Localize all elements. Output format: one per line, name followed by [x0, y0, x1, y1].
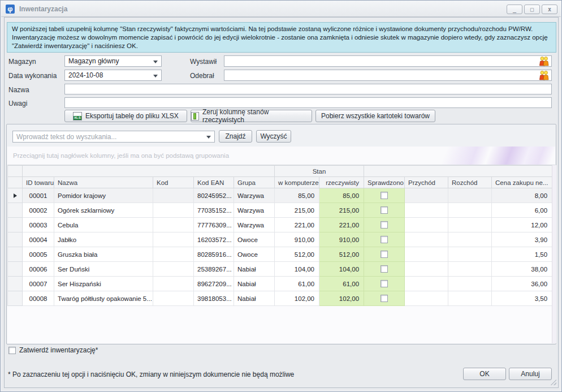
cell-przychod[interactable] — [405, 277, 448, 291]
col-header-kod[interactable]: Kod — [153, 177, 194, 188]
cell-rzeczywisty[interactable]: 61,00 — [319, 277, 364, 291]
cell-id[interactable]: 00003 — [23, 218, 54, 232]
cell-w_komputerze[interactable]: 221,00 — [275, 218, 319, 232]
uwagi-field[interactable] — [64, 97, 552, 108]
col-header-sprawdzono[interactable]: Sprawdzono — [364, 177, 405, 188]
cell-przychod[interactable] — [405, 232, 448, 247]
cell-w_komputerze[interactable]: 85,00 — [275, 188, 319, 203]
chevron-down-icon[interactable] — [153, 61, 158, 63]
cell-nazwa[interactable]: Gruszka biała — [54, 247, 153, 262]
cell-id[interactable]: 00007 — [23, 277, 54, 291]
titlebar[interactable]: φ Inwentaryzacja _ □ x — [1, 1, 561, 17]
cell-grupa[interactable]: Warzywa — [234, 218, 275, 232]
col-header-kod_ean[interactable]: Kod EAN — [194, 177, 234, 188]
cell-kod_ean[interactable]: 80285916... — [194, 247, 234, 262]
cell-rzeczywisty[interactable]: 102,00 — [319, 291, 364, 306]
odebral-field[interactable] — [224, 70, 552, 81]
cell-nazwa[interactable]: Pomidor krajowy — [54, 188, 153, 203]
cell-rozchod[interactable] — [448, 291, 492, 306]
cell-nazwa[interactable]: Cebula — [54, 218, 153, 232]
cell-id[interactable]: 00008 — [23, 291, 54, 306]
search-combobox[interactable] — [12, 131, 215, 143]
cell-kod[interactable] — [153, 277, 194, 291]
row-checkbox[interactable] — [381, 295, 388, 302]
zero-column-button[interactable]: Zeruj kolumnę stanów rzeczywistych — [191, 110, 312, 122]
cell-grupa[interactable]: Warzywa — [234, 203, 275, 218]
cell-w_komputerze[interactable]: 102,00 — [275, 291, 319, 306]
row-checkbox[interactable] — [381, 236, 388, 243]
cell-grupa[interactable]: Owoce — [234, 232, 275, 247]
row-indicator[interactable] — [8, 262, 23, 277]
row-indicator[interactable] — [8, 188, 23, 203]
row-indicator[interactable] — [8, 277, 23, 291]
chevron-down-icon[interactable] — [206, 136, 211, 139]
cell-przychod[interactable] — [405, 203, 448, 218]
cell-rzeczywisty[interactable]: 215,00 — [319, 203, 364, 218]
col-header-rozchod[interactable]: Rozchód — [448, 177, 492, 188]
cell-kod[interactable] — [153, 291, 194, 306]
row-indicator[interactable] — [8, 232, 23, 247]
cell-cena[interactable]: 1,50 — [492, 247, 552, 262]
maximize-button[interactable]: □ — [524, 5, 540, 14]
cell-rozchod[interactable] — [448, 188, 492, 203]
magazyn-select[interactable]: Magazyn główny — [64, 55, 162, 67]
row-checkbox[interactable] — [381, 192, 388, 199]
cell-id[interactable]: 00001 — [23, 188, 54, 203]
cell-przychod[interactable] — [405, 247, 448, 262]
cell-kod[interactable] — [153, 247, 194, 262]
cell-kod[interactable] — [153, 218, 194, 232]
cell-kod[interactable] — [153, 232, 194, 247]
ok-button[interactable]: OK — [463, 368, 506, 380]
cell-sprawdzono[interactable] — [364, 277, 405, 291]
cell-nazwa[interactable]: Jabłko — [54, 232, 153, 247]
cell-nazwa[interactable]: Twaróg półtłusty opakowanie 5... — [54, 291, 153, 306]
cell-przychod[interactable] — [405, 262, 448, 277]
cell-kod[interactable] — [153, 262, 194, 277]
select-person-icon[interactable] — [538, 56, 550, 67]
row-checkbox[interactable] — [381, 221, 388, 229]
row-checkbox[interactable] — [381, 206, 388, 214]
cell-rozchod[interactable] — [448, 203, 492, 218]
cell-rzeczywisty[interactable]: 910,00 — [319, 232, 364, 247]
cell-w_komputerze[interactable]: 215,00 — [275, 203, 319, 218]
cell-kod_ean[interactable]: 39818053... — [194, 291, 234, 306]
cell-w_komputerze[interactable]: 104,00 — [275, 262, 319, 277]
cell-rozchod[interactable] — [448, 277, 492, 291]
cancel-button[interactable]: Anuluj — [509, 368, 552, 380]
row-indicator[interactable] — [8, 291, 23, 306]
cell-id[interactable]: 00006 — [23, 262, 54, 277]
col-header-nazwa[interactable]: Nazwa — [54, 177, 153, 188]
confirm-inventory-checkbox[interactable] — [8, 347, 16, 354]
cell-przychod[interactable] — [405, 218, 448, 232]
cell-sprawdzono[interactable] — [364, 291, 405, 306]
search-input[interactable] — [13, 131, 202, 142]
col-header-przychod[interactable]: Przychód — [405, 177, 448, 188]
cell-grupa[interactable]: Nabiał — [234, 291, 275, 306]
fetch-all-products-button[interactable]: Pobierz wszystkie kartoteki towarów — [315, 110, 435, 122]
select-person-icon[interactable] — [538, 70, 550, 81]
col-header-grupa[interactable]: Grupa — [234, 177, 275, 188]
cell-grupa[interactable]: Nabiał — [234, 262, 275, 277]
col-header-cena[interactable]: Cena zakupu ne... — [492, 177, 552, 188]
chevron-down-icon[interactable] — [153, 75, 158, 77]
row-checkbox[interactable] — [381, 251, 388, 258]
cell-sprawdzono[interactable] — [364, 218, 405, 232]
cell-sprawdzono[interactable] — [364, 203, 405, 218]
export-xlsx-button[interactable]: XLS Eksportuj tabelę do pliku XLSX — [64, 110, 187, 122]
clear-button[interactable]: Wyczyść — [256, 130, 291, 143]
cell-w_komputerze[interactable]: 61,00 — [275, 277, 319, 291]
cell-kod_ean[interactable]: 80245952... — [194, 188, 234, 203]
cell-przychod[interactable] — [405, 291, 448, 306]
row-indicator[interactable] — [8, 203, 23, 218]
wystawil-field[interactable] — [224, 55, 552, 67]
cell-cena[interactable]: 6,00 — [492, 203, 552, 218]
col-header-id[interactable]: ID towaru — [23, 177, 54, 188]
row-indicator[interactable] — [8, 218, 23, 232]
col-header-rzeczywisty[interactable]: rzeczywisty — [319, 177, 364, 188]
close-button[interactable]: x — [542, 5, 557, 14]
data-wykonania-select[interactable]: 2024-10-08 — [64, 70, 162, 81]
cell-kod_ean[interactable]: 16203572... — [194, 232, 234, 247]
cell-cena[interactable]: 36,00 — [492, 277, 552, 291]
cell-nazwa[interactable]: Ser Duński — [54, 262, 153, 277]
cell-przychod[interactable] — [405, 188, 448, 203]
